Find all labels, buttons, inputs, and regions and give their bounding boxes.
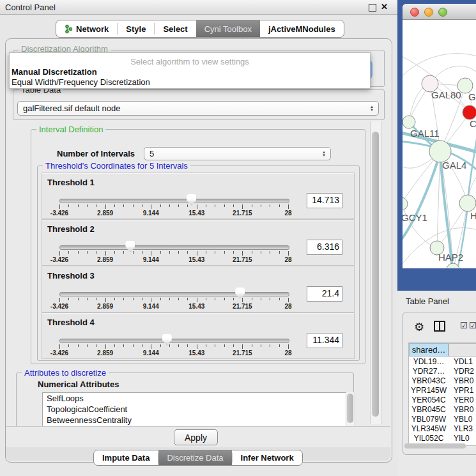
table-row[interactable]: YBR045CYBR0 bbox=[409, 404, 476, 414]
tick-labels: -3.4262.8599.14415.4321.71528 bbox=[59, 210, 288, 217]
tick-mark bbox=[96, 344, 96, 347]
table-panel-header: Table Panel bbox=[397, 291, 476, 311]
apply-button[interactable]: Apply bbox=[174, 429, 218, 445]
tick-mark bbox=[288, 251, 289, 256]
tab-network[interactable]: Network bbox=[56, 20, 117, 37]
slider-track[interactable] bbox=[59, 199, 289, 203]
table-row[interactable]: YPR145WYPR1 bbox=[409, 385, 476, 395]
zoom-traffic-light-icon[interactable] bbox=[438, 8, 447, 17]
tick-mark bbox=[206, 251, 206, 254]
close-icon[interactable]: ✕ bbox=[381, 2, 388, 12]
split-columns-icon[interactable] bbox=[434, 321, 445, 332]
cell-name: YPR1 bbox=[449, 386, 473, 395]
slider-track[interactable] bbox=[59, 339, 289, 343]
threshold-value-field[interactable]: 6.316 bbox=[307, 240, 342, 255]
tab-style[interactable]: Style bbox=[118, 20, 154, 37]
checkbox-icon[interactable]: ☑ bbox=[469, 321, 476, 330]
stepper-icon: ▲▼ bbox=[370, 105, 374, 112]
minimize-traffic-light-icon[interactable] bbox=[424, 8, 433, 17]
network-node[interactable] bbox=[447, 263, 459, 268]
tick-mark bbox=[133, 251, 134, 254]
tab-impute-data[interactable]: Impute Data bbox=[94, 450, 158, 465]
table-row[interactable]: YBR043CYBR0 bbox=[409, 376, 476, 385]
network-node[interactable] bbox=[403, 116, 415, 128]
tick-label: 15.43 bbox=[188, 210, 204, 217]
tab-infer-network[interactable]: Infer Network bbox=[233, 450, 302, 465]
dropdown-option[interactable]: Manual Discretization bbox=[12, 67, 97, 77]
tick-mark bbox=[206, 298, 206, 300]
table-data-combobox[interactable]: galFiltered.sif default node ▲▼ bbox=[17, 101, 379, 116]
tab-jactivemnodules[interactable]: jActiveMNodules bbox=[260, 20, 344, 37]
settings-scroll-area: Interval Definition Number of Intervals … bbox=[9, 120, 382, 426]
bottom-tabbar: Impute DataDiscretize DataInfer Network bbox=[93, 450, 303, 466]
network-node[interactable] bbox=[429, 141, 451, 162]
threshold-value-field[interactable]: 14.713 bbox=[307, 193, 342, 208]
list-item[interactable]: SelfLoops bbox=[43, 393, 346, 404]
slider-track[interactable] bbox=[59, 292, 289, 296]
tab-select[interactable]: Select bbox=[155, 20, 196, 37]
tick-mark bbox=[224, 204, 225, 207]
column-header-shared-name[interactable]: shared… bbox=[409, 343, 449, 357]
tick-mark bbox=[59, 344, 60, 349]
network-node[interactable] bbox=[463, 105, 476, 119]
threshold-value-field[interactable]: 21.4 bbox=[307, 286, 342, 302]
algorithm-dropdown-popup: Select algorithm to view settings Manual… bbox=[9, 52, 371, 89]
cell-name: YBR0 bbox=[449, 405, 473, 414]
list-scrollbar-thumb[interactable] bbox=[347, 394, 353, 423]
tick-mark bbox=[279, 251, 280, 254]
list-item[interactable]: BetweennessCentrality bbox=[43, 415, 346, 426]
tick-mark bbox=[114, 204, 115, 207]
tick-label: 9.144 bbox=[143, 256, 159, 263]
tick-mark bbox=[242, 298, 243, 302]
cell-shared-name: YPR145W bbox=[409, 386, 449, 395]
tab-discretize-data[interactable]: Discretize Data bbox=[158, 450, 231, 465]
table-row[interactable]: YDL19…YDL1 bbox=[409, 357, 476, 366]
tab-cyni-toolbox[interactable]: Cyni Toolbox bbox=[196, 20, 260, 37]
tick-mark bbox=[59, 204, 60, 209]
slider-ticks bbox=[59, 204, 288, 210]
table-hscrollbar-thumb[interactable] bbox=[404, 443, 466, 449]
table-row[interactable]: YIL052CYIL0 bbox=[409, 433, 476, 443]
tick-mark bbox=[87, 298, 88, 300]
tick-mark bbox=[123, 204, 124, 207]
network-node[interactable] bbox=[459, 195, 476, 211]
table-row[interactable]: YLR345WYLR3 bbox=[409, 424, 476, 433]
dropdown-option[interactable]: Equal Width/Frequency Discretization bbox=[12, 77, 150, 87]
cell-name: YDR2 bbox=[449, 367, 474, 376]
tick-mark bbox=[215, 298, 215, 300]
close-traffic-light-icon[interactable] bbox=[410, 8, 419, 17]
settings-scrollbar[interactable] bbox=[370, 121, 381, 424]
tick-mark bbox=[87, 204, 88, 207]
tick-mark bbox=[224, 298, 225, 300]
tab-label: Style bbox=[126, 24, 146, 34]
tick-mark bbox=[169, 251, 170, 254]
column-header-name[interactable]: n bbox=[449, 343, 476, 357]
tick-mark bbox=[187, 204, 188, 207]
table-row[interactable]: YDR27…YDR2 bbox=[409, 366, 476, 376]
network-canvas[interactable]: GAL80GACGAL11GAL4GCY1HHAP2 bbox=[403, 20, 476, 268]
number-of-intervals-combobox[interactable]: 5 ▲▼ bbox=[144, 147, 331, 160]
tab-label: Infer Network bbox=[241, 453, 294, 463]
tick-mark bbox=[197, 344, 197, 349]
slider-track[interactable] bbox=[59, 245, 289, 250]
tick-mark bbox=[261, 204, 261, 207]
tick-mark bbox=[78, 344, 79, 347]
network-graph[interactable]: GAL80GACGAL11GAL4GCY1HHAP2 bbox=[403, 20, 476, 268]
settings-scrollbar-thumb[interactable] bbox=[372, 132, 379, 417]
table-row[interactable]: YBL079WYBL0 bbox=[409, 414, 476, 424]
checkbox-icon[interactable]: ☑ bbox=[460, 321, 468, 330]
table-row[interactable]: YER054CYER0 bbox=[409, 395, 476, 404]
stepper-icon: ▲▼ bbox=[322, 151, 326, 157]
node-table[interactable]: shared… n YDL19…YDL1YDR27…YDR2YBR043CYBR… bbox=[408, 342, 476, 446]
network-node[interactable] bbox=[403, 197, 408, 210]
cell-shared-name: YBL079W bbox=[409, 415, 449, 424]
cell-name: YBL0 bbox=[449, 415, 472, 424]
float-window-icon[interactable] bbox=[369, 4, 376, 12]
network-node-label: GCY1 bbox=[403, 212, 427, 223]
numerical-attributes-list[interactable]: SelfLoopsTopologicalCoefficientBetweenne… bbox=[42, 392, 347, 426]
list-scrollbar[interactable] bbox=[346, 392, 355, 426]
threshold-value-field[interactable]: 11.344 bbox=[307, 333, 342, 348]
list-item[interactable]: TopologicalCoefficient bbox=[43, 404, 346, 415]
tick-mark bbox=[252, 344, 252, 347]
gear-icon[interactable]: ⚙ bbox=[414, 320, 424, 334]
